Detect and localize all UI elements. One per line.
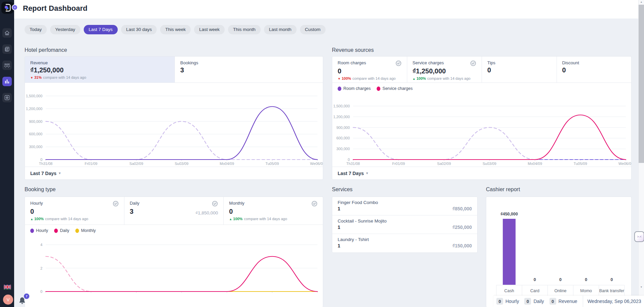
legend-hourly[interactable]: Hourly	[30, 228, 48, 233]
booking-type-title: Booking type	[25, 186, 56, 193]
menu-toggle-icon[interactable]: ≡	[12, 4, 18, 10]
svg-text:Sa02/09: Sa02/09	[437, 162, 451, 166]
report-dashboard-screen: Report Dashboard ≡	[0, 0, 644, 307]
guests-icon	[4, 63, 10, 68]
room-charges-dot-icon	[338, 87, 341, 91]
stat-delta: ▲100%compare with 14 days ago	[413, 76, 477, 80]
svg-text:900,000: 900,000	[336, 126, 350, 130]
cashier-report-title: Cashier report	[486, 186, 520, 193]
service-row[interactable]: Laundry - Tshirt 1 ₫150,000	[332, 234, 477, 252]
user-avatar[interactable]: V	[3, 295, 13, 305]
delta-down-icon: ▼	[30, 76, 33, 79]
filter-custom[interactable]: Custom	[300, 25, 326, 34]
stat-monthly[interactable]: Monthly 0 ▲100%compare with 14 days ago	[223, 197, 323, 225]
stat-room-charges[interactable]: Room charges 0 ▼100%compare with 14 days…	[332, 57, 407, 82]
service-name: Finger Food Combo	[338, 200, 472, 205]
filter-yesterday[interactable]: Yesterday	[50, 25, 80, 34]
svg-text:0: 0	[534, 277, 536, 282]
hotel-performance-range-dropdown[interactable]: Last 7 Days ▾	[25, 167, 323, 179]
filter-last-7-days[interactable]: Last 7 Days	[84, 25, 118, 34]
stat-revenue[interactable]: Revenue ₫1,250,000 ▼31%compare with 14 d…	[25, 57, 175, 82]
flag-underline	[4, 289, 11, 290]
legend-service-charges[interactable]: Service charges	[377, 86, 413, 91]
sidebar-item-guests[interactable]	[2, 61, 12, 70]
status-daily: 0 Daily	[524, 298, 544, 305]
status-revenue: 0 Revenue	[550, 298, 577, 305]
status-bar-divider	[583, 296, 583, 307]
delta-down-icon: ▼	[338, 77, 341, 80]
stat-service-charges[interactable]: Service charges ₫1,250,000 ▲100%compare …	[407, 57, 482, 82]
scrollbar-thumb[interactable]	[639, 5, 644, 163]
settings-icon	[4, 95, 10, 100]
service-name: Laundry - Tshirt	[338, 237, 472, 242]
check-circle-icon[interactable]	[311, 201, 317, 207]
svg-text:0: 0	[40, 158, 42, 162]
collapse-widget-button[interactable]: >.<	[634, 231, 644, 242]
service-row[interactable]: Finger Food Combo 1 ₫850,000	[332, 197, 477, 215]
booking-type-chart: 024	[25, 235, 323, 307]
svg-text:Online: Online	[554, 288, 566, 293]
svg-text:600,000: 600,000	[336, 136, 350, 140]
sidebar-item-reports[interactable]	[2, 44, 12, 54]
scrollbar-down-icon[interactable]: ▼	[639, 286, 644, 288]
check-circle-icon[interactable]	[395, 60, 402, 66]
legend-room-charges[interactable]: Room charges	[338, 86, 371, 91]
svg-text:2: 2	[40, 266, 42, 270]
filter-last-30-days[interactable]: Last 30 days	[121, 25, 157, 34]
check-circle-icon[interactable]	[212, 201, 218, 207]
filter-last-month[interactable]: Last month	[264, 25, 297, 34]
revenue-sources-range-dropdown[interactable]: Last 7 Days ▾	[332, 167, 631, 179]
svg-text:We06/09: We06/09	[618, 162, 631, 166]
filter-this-week[interactable]: This week	[160, 25, 191, 34]
filter-this-month[interactable]: This month	[228, 25, 261, 34]
sidebar-item-home[interactable]	[2, 28, 12, 38]
revenue-sources-card: Room charges 0 ▼100%compare with 14 days…	[332, 56, 632, 180]
stat-label: Discount	[562, 60, 626, 65]
svg-text:1,200,000: 1,200,000	[26, 107, 42, 111]
delta-up-icon: ▲	[413, 77, 416, 80]
stat-amount: ₫1,850,000	[195, 210, 218, 215]
svg-text:Th31/08: Th31/08	[39, 162, 52, 166]
daily-dot-icon	[54, 229, 58, 233]
stat-tips[interactable]: Tips 0	[482, 57, 557, 82]
scrollbar-up-icon[interactable]: ▲	[639, 1, 644, 3]
stat-daily[interactable]: Daily 3 ₫1,850,000	[124, 197, 224, 225]
stat-label: Daily	[130, 201, 140, 206]
hotel-performance-stats: Revenue ₫1,250,000 ▼31%compare with 14 d…	[25, 57, 323, 83]
hourly-dot-icon	[30, 229, 34, 233]
stat-label: Hourly	[30, 201, 43, 206]
hotel-performance-title: Hotel perfomance	[25, 47, 67, 53]
cashier-report-card: Cash₫450,000Card0Online0Momo0Bank transf…	[486, 197, 632, 307]
stat-value: ₫1,250,000	[413, 67, 477, 75]
service-row[interactable]: Cocktail - Sunrise Mojito 1 ₫250,000	[332, 215, 477, 234]
monthly-dot-icon	[75, 229, 79, 233]
svg-text:0: 0	[585, 277, 587, 282]
svg-text:1,500,000: 1,500,000	[26, 94, 42, 98]
language-flag-uk[interactable]	[4, 284, 11, 289]
svg-text:Su03/09: Su03/09	[175, 162, 189, 166]
stat-bookings[interactable]: Bookings 3	[175, 57, 323, 82]
svg-text:Th31/08: Th31/08	[346, 162, 360, 166]
stat-delta: ▲100%compare with 14 days ago	[229, 217, 317, 221]
sidebar-item-analytics[interactable]	[2, 77, 12, 86]
filter-last-week[interactable]: Last week	[194, 25, 225, 34]
page-scrollbar[interactable]: ▲ ▼	[638, 0, 644, 296]
svg-text:Tu05/09: Tu05/09	[574, 162, 587, 166]
stat-label: Service charges	[413, 60, 444, 65]
check-circle-icon[interactable]	[113, 201, 119, 207]
svg-text:Sa02/09: Sa02/09	[129, 162, 143, 166]
sidebar: ≡	[0, 0, 14, 307]
legend-daily[interactable]: Daily	[54, 228, 69, 233]
chevron-down-icon: ▾	[59, 171, 61, 175]
stat-delta: ▼100%compare with 14 days ago	[338, 76, 402, 80]
stat-discount[interactable]: Discount 0	[557, 57, 632, 82]
stat-hourly[interactable]: Hourly 0 ▲100%compare with 14 days ago	[25, 197, 124, 225]
legend-monthly[interactable]: Monthly	[75, 228, 96, 233]
notification-count-badge[interactable]: 7	[23, 293, 30, 300]
top-header: Report Dashboard	[14, 0, 638, 19]
filter-today[interactable]: Today	[25, 25, 47, 34]
check-circle-icon[interactable]	[470, 60, 476, 66]
svg-text:300,000: 300,000	[29, 145, 42, 149]
svg-text:0: 0	[610, 277, 613, 282]
sidebar-item-settings[interactable]	[2, 93, 12, 102]
